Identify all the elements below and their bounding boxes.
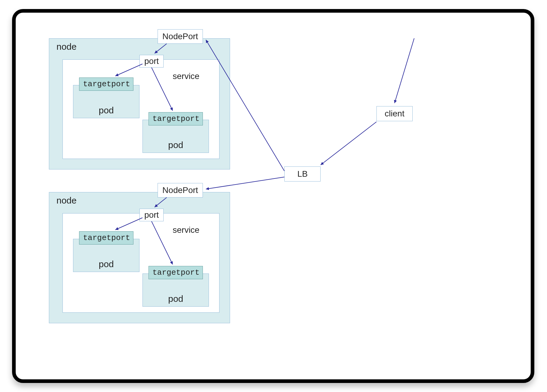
port-1-label: port <box>144 56 159 66</box>
client-box: client <box>376 106 413 121</box>
targetport-2a-label: targetport <box>83 233 130 242</box>
pod-1b-label: pod <box>168 140 183 150</box>
nodeport-1-box: NodePort <box>158 29 203 44</box>
port-2-box: port <box>139 209 164 221</box>
port-2-label: port <box>144 210 159 220</box>
arrow-client-to-lb <box>321 122 376 165</box>
pod-2b-label: pod <box>168 294 183 304</box>
lb-label: LB <box>297 169 308 179</box>
diagram-frame: node service pod targetport pod targetpo… <box>12 9 534 383</box>
targetport-1b-label: targetport <box>152 114 200 123</box>
targetport-2b-box: targetport <box>149 266 203 279</box>
targetport-2a-box: targetport <box>79 231 133 245</box>
node-2-label: node <box>56 195 77 206</box>
arrow-external-to-client <box>395 38 414 103</box>
service-2-label: service <box>173 225 200 235</box>
diagram-canvas: node service pod targetport pod targetpo… <box>16 13 531 379</box>
nodeport-1-label: NodePort <box>162 32 198 41</box>
targetport-1a-box: targetport <box>79 77 133 91</box>
pod-2a-label: pod <box>99 259 114 269</box>
arrow-lb-to-nodeport2 <box>206 177 284 189</box>
node-1-label: node <box>56 42 77 52</box>
pod-1a-label: pod <box>99 105 114 115</box>
port-1-box: port <box>139 55 164 68</box>
targetport-1b-box: targetport <box>149 112 203 125</box>
targetport-2b-label: targetport <box>152 268 200 277</box>
lb-box: LB <box>284 166 321 182</box>
client-label: client <box>385 109 404 119</box>
nodeport-2-label: NodePort <box>162 185 198 195</box>
service-1-label: service <box>173 71 200 81</box>
nodeport-2-box: NodePort <box>158 183 203 198</box>
targetport-1a-label: targetport <box>83 80 130 89</box>
